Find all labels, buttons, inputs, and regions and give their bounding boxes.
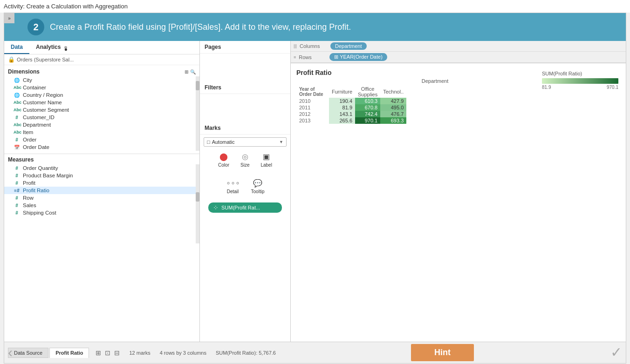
- new-worksheet-icon[interactable]: ⊞: [96, 349, 101, 357]
- dimensions-search-icon[interactable]: 🔍: [190, 69, 196, 74]
- table-row-2012: 2012 143.1 742.4 476.7: [296, 111, 406, 117]
- data-source-row[interactable]: 🔒 Orders (Superstore Sal...: [4, 54, 199, 65]
- size-label: Size: [240, 162, 249, 168]
- label-icon: ▣: [263, 152, 270, 161]
- color-button[interactable]: ⬤ Color: [214, 150, 233, 169]
- marks-count: 12 marks: [129, 350, 150, 356]
- marks-dropdown-arrow-icon: ▼: [279, 140, 283, 144]
- tab-data[interactable]: Data: [4, 41, 29, 54]
- size-icon: ◎: [242, 152, 248, 161]
- collapse-button[interactable]: »: [4, 13, 14, 23]
- dimensions-scrollbar[interactable]: [196, 81, 199, 90]
- columns-shelf-icon: |||: [294, 44, 297, 48]
- rows-shelf-label: Rows: [299, 54, 327, 60]
- columns-shelf-label: Columns: [300, 43, 328, 49]
- filters-label: Filters: [200, 81, 290, 94]
- color-icon: ⬤: [219, 152, 228, 161]
- field-profit[interactable]: # Profit: [4, 179, 196, 187]
- year-order-date-pill[interactable]: ⊞ YEAR(Order Date): [329, 53, 387, 61]
- table-row-2011: 2011 81.9 670.8 495.0: [296, 104, 406, 111]
- abc-icon-3: Abc: [14, 108, 20, 112]
- data-source-icon: 🔒: [8, 56, 15, 63]
- analytics-dot-icon: ●: [64, 46, 67, 49]
- hash-icon-sales: #: [14, 203, 20, 208]
- hash-icon-ord: #: [14, 137, 20, 142]
- marks-dropdown-square-icon: □: [207, 139, 210, 145]
- hash-icon-oq: #: [14, 166, 20, 171]
- field-customer-segment[interactable]: Abc Customer Segment: [4, 106, 196, 114]
- data-source-label: Orders (Superstore Sal...: [17, 57, 74, 62]
- dimensions-label: Dimensions: [8, 68, 40, 75]
- detail-icon: ∘∘∘: [226, 179, 240, 188]
- size-button[interactable]: ◎ Size: [237, 150, 253, 169]
- department-pill[interactable]: Department: [330, 42, 366, 50]
- dimensions-grid-icon[interactable]: ⊞: [185, 69, 188, 74]
- page-title: Activity: Create a Calculation with Aggr…: [0, 0, 630, 13]
- field-profit-ratio[interactable]: ≡# Profit Ratio: [4, 187, 196, 194]
- tab-data-source[interactable]: Data Source: [8, 348, 48, 358]
- hash-icon-cid: #: [14, 115, 20, 120]
- hash-icon-row: #: [14, 195, 20, 201]
- profit-table: Year of Order Date Furniture OfficeSuppl…: [296, 86, 406, 124]
- tooltip-button[interactable]: 💬 Tooltip: [247, 177, 268, 196]
- marks-dropdown-label: Automatic: [212, 139, 235, 145]
- hash-icon-profit: #: [14, 181, 20, 186]
- field-shipping-cost[interactable]: # Shipping Cost: [4, 209, 196, 216]
- date-icon: ⊞: [334, 54, 338, 60]
- field-customer-name[interactable]: Abc Customer Name: [4, 99, 196, 106]
- sum-pill-label: SUM(Profit Rat...: [221, 205, 260, 210]
- abc-icon: Abc: [14, 85, 20, 90]
- hash-icon-pr: ≡#: [14, 188, 20, 193]
- sum-pill-dots-icon: ⁘: [213, 204, 219, 211]
- field-container[interactable]: Abc Container: [4, 84, 196, 91]
- color-label: Color: [218, 162, 229, 168]
- add-sheet-icon[interactable]: ⊟: [114, 349, 120, 357]
- rows-shelf-icon: ≡: [294, 55, 296, 60]
- legend-max: 970.1: [607, 85, 618, 90]
- abc-icon-4: Abc: [14, 122, 20, 127]
- field-city[interactable]: 🌐 City: [4, 76, 196, 84]
- duplicate-sheet-icon[interactable]: ⊡: [105, 349, 110, 357]
- field-order-quantity[interactable]: # Order Quantity: [4, 164, 196, 172]
- hash-icon-pbm: #: [14, 173, 20, 178]
- sum-profit-ratio-pill[interactable]: ⁘ SUM(Profit Rat...: [208, 202, 282, 213]
- field-item[interactable]: Abc Item: [4, 128, 196, 136]
- globe-icon: 🌐: [14, 78, 20, 83]
- hash-icon-sc: #: [14, 210, 20, 216]
- calendar-icon: 📅: [14, 145, 20, 150]
- field-order-date[interactable]: 📅 Order Date: [4, 143, 196, 151]
- field-sales[interactable]: # Sales: [4, 202, 196, 209]
- detail-button[interactable]: ∘∘∘ Detail: [222, 177, 244, 196]
- dept-header: Department: [334, 78, 536, 84]
- legend-bar: [542, 78, 618, 84]
- field-row[interactable]: # Row: [4, 194, 196, 202]
- field-product-base-margin[interactable]: # Product Base Margin: [4, 172, 196, 179]
- marks-label: Marks: [200, 122, 290, 135]
- detail-label: Detail: [227, 189, 239, 194]
- field-department[interactable]: Abc Department: [4, 121, 196, 128]
- field-country-region[interactable]: 🌐 Country / Region: [4, 91, 196, 99]
- tooltip-label: Tooltip: [251, 189, 265, 194]
- nav-back-button[interactable]: ‹: [8, 344, 13, 360]
- table-row-2013: 2013 265.6 970.1 693.3: [296, 117, 406, 124]
- rows-cols: 4 rows by 3 columns: [160, 350, 206, 356]
- nav-forward-button[interactable]: ✓: [610, 344, 622, 360]
- marks-dropdown[interactable]: □ Automatic ▼: [204, 137, 287, 147]
- step-header: 2 Create a Profit Ratio field using [Pro…: [4, 13, 626, 41]
- tab-profit-ratio[interactable]: Profit Ratio: [49, 348, 89, 358]
- hint-button[interactable]: Hint: [411, 344, 474, 361]
- step-instruction: Create a Profit Ratio field using [Profi…: [50, 22, 351, 32]
- chart-title: Profit Ratio: [296, 69, 536, 76]
- sum-status: SUM(Profit Ratio): 5,767.6: [216, 350, 276, 356]
- label-label: Label: [260, 162, 272, 168]
- field-customer-id[interactable]: # Customer_ID: [4, 114, 196, 121]
- field-order[interactable]: # Order: [4, 136, 196, 143]
- legend-min: 81.9: [542, 85, 551, 90]
- legend-title: SUM(Profit Ratio): [542, 71, 618, 76]
- sheet-tabs: Data Source Profit Ratio: [8, 348, 90, 358]
- label-button[interactable]: ▣ Label: [257, 150, 275, 169]
- tab-analytics[interactable]: Analytics ●: [29, 41, 74, 54]
- measures-scrollbar[interactable]: [196, 192, 199, 202]
- abc-icon-5: Abc: [14, 130, 20, 135]
- table-row-2010: 2010 190.4 610.3 427.9: [296, 98, 406, 104]
